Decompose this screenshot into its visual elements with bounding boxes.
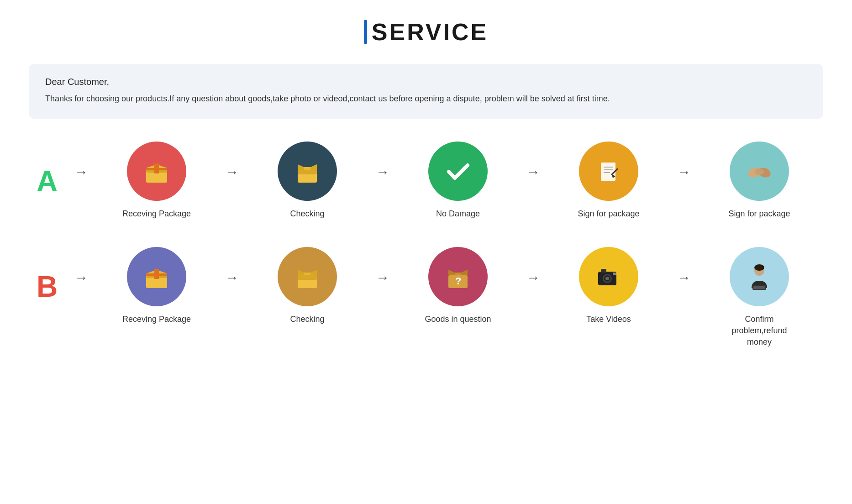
arrow-icon: →: [526, 164, 540, 180]
icon-checking-a: [278, 142, 337, 201]
svg-marker-30: [448, 270, 455, 275]
notice-greeting: Dear Customer,: [45, 77, 807, 87]
arrow-1a: →: [221, 142, 243, 198]
icon-no-damage: [428, 142, 488, 201]
label-a5: Sign for package: [728, 208, 790, 220]
label-b4: Take Videos: [586, 314, 631, 325]
arrow-2b: →: [371, 247, 394, 304]
icon-sign-a4: [579, 142, 638, 201]
flow-item-b1: Receving Package: [93, 247, 221, 325]
svg-point-18: [755, 168, 764, 175]
notice-text: Thanks for choosing our products.If any …: [45, 92, 807, 106]
notice-box: Dear Customer, Thanks for choosing our p…: [29, 64, 823, 119]
arrow-icon: →: [677, 164, 691, 180]
arrow-3b: →: [522, 247, 545, 304]
flow-item-a3: No Damage: [394, 142, 522, 220]
page-title: SERVICE: [372, 18, 488, 46]
icon-goods-question: ?: [428, 247, 488, 306]
flow-section-b: B → Receving Package: [29, 247, 823, 348]
svg-rect-43: [753, 286, 765, 289]
flow-item-b5: Confirm problem,refund money: [695, 247, 823, 348]
label-a4: Sign for package: [578, 208, 639, 220]
label-b3: Goods in question: [425, 314, 491, 325]
icon-confirm-refund: [730, 247, 789, 306]
svg-rect-23: [146, 273, 167, 276]
svg-text:?: ?: [455, 275, 461, 287]
arrow-4a: →: [673, 142, 695, 198]
label-b1: Receving Package: [122, 314, 191, 325]
svg-rect-38: [601, 269, 606, 273]
svg-marker-25: [298, 270, 304, 275]
letter-b: B: [29, 270, 65, 304]
flow-item-a4: Sign for package: [545, 142, 673, 220]
flow-item-b2: Checking: [243, 247, 371, 325]
label-b2: Checking: [290, 314, 324, 325]
icon-take-videos: [579, 247, 638, 306]
arrow-icon: →: [74, 270, 88, 285]
arrow-icon: →: [526, 270, 540, 285]
arrow-0b: →: [70, 247, 93, 304]
flow-item-a2: Checking: [243, 142, 371, 220]
arrow-icon: →: [677, 270, 691, 285]
label-a1: Receving Package: [122, 208, 191, 220]
label-a3: No Damage: [436, 208, 480, 220]
flow-item-a5: Sign for package: [695, 142, 823, 220]
svg-rect-4: [146, 168, 167, 170]
svg-marker-6: [298, 164, 304, 170]
flow-items-a: → Receving Package: [70, 142, 823, 220]
flow-item-a1: Receving Package: [93, 142, 221, 220]
svg-rect-9: [298, 170, 317, 174]
svg-marker-31: [461, 270, 468, 275]
arrow-1b: →: [221, 247, 243, 304]
arrow-icon: →: [376, 270, 389, 285]
svg-point-37: [605, 277, 609, 280]
icon-receiving-a: [127, 142, 186, 201]
svg-rect-39: [613, 273, 616, 275]
page-title-section: SERVICE: [364, 18, 488, 46]
label-b5: Confirm problem,refund money: [723, 314, 796, 348]
arrow-2a: →: [371, 142, 394, 198]
svg-marker-26: [310, 270, 317, 275]
flow-item-b4: Take Videos: [545, 247, 673, 325]
arrow-icon: →: [225, 270, 239, 285]
arrow-3a: →: [522, 142, 545, 198]
arrow-0a: →: [70, 142, 93, 198]
flow-items-b: → Receving Package →: [70, 247, 823, 348]
letter-a: A: [29, 164, 65, 198]
svg-rect-28: [298, 275, 317, 280]
svg-rect-10: [601, 163, 615, 181]
arrow-icon: →: [225, 164, 239, 180]
flow-item-b3: ? Goods in question: [394, 247, 522, 325]
svg-marker-8: [304, 167, 310, 170]
flow-section-a: A →: [29, 142, 823, 220]
title-accent-bar: [364, 20, 367, 44]
icon-receiving-b: [127, 247, 186, 306]
svg-marker-7: [310, 164, 317, 170]
icon-checking-b: [278, 247, 337, 306]
arrow-icon: →: [376, 164, 389, 180]
arrow-4b: →: [673, 247, 695, 304]
label-a2: Checking: [290, 208, 324, 220]
arrow-icon: →: [74, 164, 88, 180]
icon-sign-a5: [730, 142, 789, 201]
svg-point-41: [754, 264, 764, 271]
svg-marker-27: [304, 273, 310, 275]
